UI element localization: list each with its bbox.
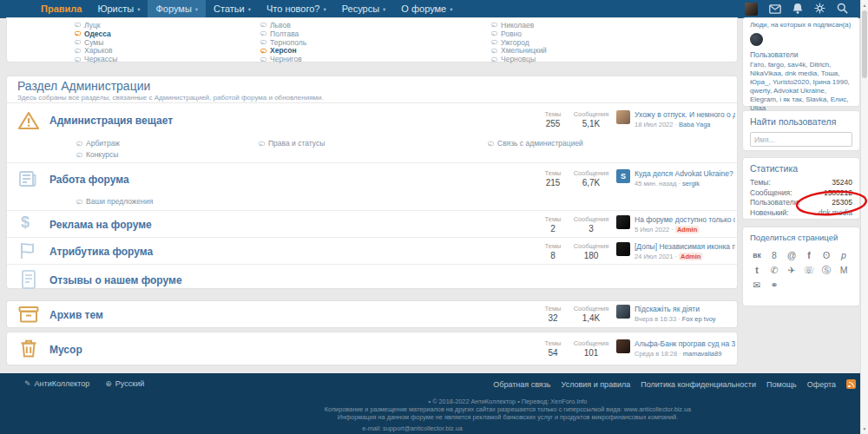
footer-link-offer[interactable]: Оферта <box>807 380 836 389</box>
latest-post-avatar[interactable] <box>616 305 630 319</box>
style-sun-icon[interactable] <box>814 2 825 17</box>
tumblr-icon[interactable]: t <box>748 263 766 278</box>
followed-people-title[interactable]: Люди, на которых я подписан(а) <box>743 18 859 29</box>
city-link[interactable]: Луцк <box>75 21 117 30</box>
forum-link[interactable]: Реклама на форуме <box>49 219 152 231</box>
latest-post-title[interactable]: На форуме доступно только одно... <box>635 215 735 224</box>
chevron-down-icon: ▾ <box>450 0 452 18</box>
subforum-link[interactable]: Права и статусы <box>259 139 325 148</box>
viber-icon[interactable]: ☏ <box>800 263 818 278</box>
language-chooser-link[interactable]: ⊕Русский <box>105 379 144 388</box>
latest-post-title[interactable]: [Допы] Независимая иконка пере... <box>635 242 735 251</box>
reddit-icon[interactable]: ʘ <box>818 248 835 263</box>
skype-icon[interactable]: Ⓢ <box>818 263 835 278</box>
city-link[interactable]: Полтава <box>260 30 306 38</box>
latest-post-avatar[interactable] <box>616 242 630 256</box>
footer-link-terms[interactable]: Условия и правила <box>562 380 631 389</box>
forum-link[interactable]: Администрация вещает <box>49 115 173 127</box>
email-icon[interactable]: ✉ <box>748 278 766 293</box>
subforum-link[interactable]: Ваши предложения <box>76 197 153 206</box>
alerts-bell-icon[interactable] <box>792 2 803 17</box>
city-link[interactable]: Львов <box>260 21 306 30</box>
city-link[interactable]: Харьков <box>75 46 117 55</box>
trash-card: Мусор Темы54 Сообщения101 Альфа-Банк про… <box>7 332 737 365</box>
city-link[interactable]: Тернополь <box>260 38 306 47</box>
city-link[interactable]: Хмельницкий <box>491 46 547 55</box>
nav-item-about[interactable]: О форуме▾ <box>393 0 460 18</box>
facebook-icon[interactable]: f <box>800 248 818 263</box>
members-online-list[interactable]: Гато, fargo, sav4k, Ditrich, NikaVikaa, … <box>743 59 859 115</box>
latest-post-title[interactable]: Куда делся Advokat Ukraine? <box>635 169 733 178</box>
pinterest-icon[interactable]: p <box>835 248 852 263</box>
chevron-down-icon: ▾ <box>195 0 198 18</box>
page-scrollbar[interactable]: ▲ ▼ <box>860 0 868 434</box>
whatsapp-icon[interactable]: ✆ <box>766 263 783 278</box>
city-link[interactable]: Николаев <box>491 21 547 30</box>
city-link[interactable]: Ровно <box>491 30 547 38</box>
city-link[interactable]: Чернигов <box>260 55 306 63</box>
latest-post-avatar[interactable] <box>616 339 630 353</box>
latest-post-user[interactable]: Admin <box>675 226 699 233</box>
telegram-icon[interactable]: ✈ <box>783 263 800 278</box>
followed-avatar[interactable] <box>750 33 763 46</box>
scroll-up-arrow-icon[interactable]: ▲ <box>861 3 868 8</box>
user-avatar[interactable] <box>745 3 758 16</box>
latest-post-user[interactable]: mamavalia89 <box>683 350 722 358</box>
latest-post-avatar[interactable] <box>616 110 630 124</box>
latest-post-title[interactable]: Підскажіть як діяти <box>635 305 716 313</box>
find-member-title: Найти пользователя <box>743 111 859 128</box>
forum-bubble-icon <box>75 40 81 44</box>
city-link[interactable]: Сумы <box>75 38 117 47</box>
city-link[interactable]: Ужгород <box>491 38 547 47</box>
forum-link[interactable]: Атрибутика форума <box>49 246 153 258</box>
city-link[interactable]: Одесса <box>75 30 117 38</box>
subforum-link[interactable]: Конкурсы <box>76 150 118 159</box>
nav-item-lawyers[interactable]: Юристы▾ <box>89 0 148 18</box>
latest-post-date: Среда в 18:28 · <box>635 350 681 358</box>
footer-link-contact[interactable]: Обратная связь <box>493 380 550 389</box>
search-icon[interactable] <box>837 2 848 17</box>
scrollbar-thumb[interactable] <box>862 10 867 78</box>
rss-icon[interactable] <box>846 379 856 389</box>
footer-copyright: • © 2018-2022 АнтиКоллектор • Перевод: X… <box>148 398 868 421</box>
latest-post-user[interactable]: Admin <box>679 253 702 260</box>
nav-item-whats-new[interactable]: Что нового?▾ <box>259 0 334 18</box>
nav-item-articles[interactable]: Статьи▾ <box>206 0 259 18</box>
link-icon[interactable]: ⚭ <box>766 278 783 293</box>
footer-link-help[interactable]: Помощь <box>766 380 797 389</box>
nav-item-resources[interactable]: Ресурсы▾ <box>334 0 394 18</box>
latest-post-user[interactable]: Fox ep tvoy <box>682 315 716 323</box>
latest-post-avatar[interactable]: S <box>616 169 630 183</box>
latest-post-user[interactable]: sergik <box>682 180 700 187</box>
members-online-title[interactable]: Пользователи <box>743 46 859 59</box>
city-link[interactable]: Черновцы <box>491 55 547 63</box>
forum-link[interactable]: Отзывы о нашем форуме <box>49 274 182 286</box>
latest-post-title[interactable]: Альфа-Банк програв суд на 360 ти... <box>635 339 735 348</box>
find-member-block: Найти пользователя <box>743 111 859 150</box>
forum-link[interactable]: Работа форума <box>49 174 129 186</box>
vk-icon[interactable]: вк <box>748 248 766 263</box>
subforum-link[interactable]: Арбитраж <box>76 139 120 148</box>
member-name-input[interactable] <box>750 132 852 147</box>
forum-link[interactable]: Архив тем <box>49 309 103 321</box>
latest-post-user[interactable]: Baba Yaga <box>679 121 710 128</box>
forum-link[interactable]: Мусор <box>49 344 82 356</box>
mailru-icon[interactable]: @ <box>783 248 800 263</box>
subforum-link[interactable]: Связь с администрацией <box>488 139 583 148</box>
style-chooser-link[interactable]: ✎АнтиКоллектор <box>24 379 89 388</box>
messages-icon[interactable] <box>769 2 781 17</box>
section-title[interactable]: Раздел Администрации <box>17 80 727 93</box>
newspaper-icon <box>17 168 38 193</box>
latest-post-title[interactable]: Ухожу в отпуск. И немного о дост... <box>635 110 735 119</box>
scroll-down-arrow-icon[interactable]: ▼ <box>861 426 868 431</box>
gmail-icon[interactable]: M <box>835 263 852 278</box>
nav-item-forums[interactable]: Форумы▾ <box>148 0 206 18</box>
footer-link-privacy[interactable]: Политика конфиденциальности <box>641 380 756 389</box>
odnoklassniki-icon[interactable]: 8 <box>766 248 783 263</box>
city-link[interactable]: Черкассы <box>75 55 117 63</box>
latest-post-avatar[interactable] <box>616 215 630 229</box>
city-link[interactable]: Херсон <box>260 46 306 55</box>
nav-item-rules[interactable]: Правила <box>33 0 89 18</box>
forum-row-advertising: $ Реклама на форуме Темы2 Сообщения3 На … <box>7 211 737 238</box>
stat-row-newest-member: Новенький:dnk media <box>750 208 852 219</box>
